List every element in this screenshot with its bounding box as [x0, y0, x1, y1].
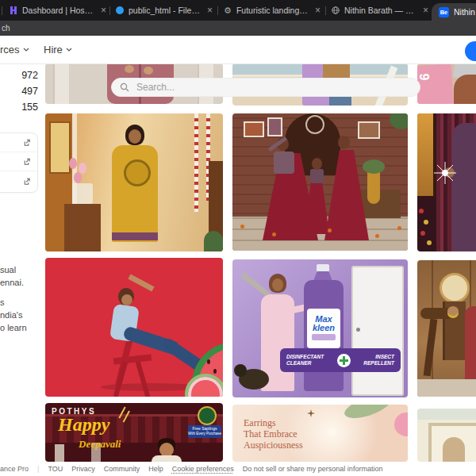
- footer-link-community[interactable]: Community: [104, 465, 140, 473]
- decor-brass-pot: [367, 169, 380, 204]
- decor-bottle-cap: [317, 264, 329, 272]
- tab-close-icon[interactable]: ×: [313, 6, 322, 15]
- footer-pro-label[interactable]: ance Pro: [0, 465, 29, 473]
- file-browser-icon: [116, 6, 124, 14]
- ribbon-text: DISINFECTANT: [286, 354, 324, 360]
- tab-behance-active[interactable]: Be Nithin Bar: [432, 3, 476, 21]
- decor-floor: [417, 379, 476, 397]
- badge-text: With Every Purchase: [188, 432, 221, 436]
- decor-wall-frame: [267, 117, 282, 136]
- tab-close-icon[interactable]: ×: [421, 6, 430, 15]
- gear-icon: ⚙: [224, 6, 232, 15]
- behance-icon: Be: [439, 7, 449, 17]
- decor-hand: [144, 67, 153, 75]
- decor-raised-arm: [128, 274, 154, 291]
- project-thumbnail-sparkler[interactable]: [417, 113, 476, 251]
- pothys-offer-badge: Free Saplings With Every Purchase: [188, 425, 221, 438]
- footer-link-tou[interactable]: TOU: [48, 465, 63, 473]
- search-input[interactable]: [135, 81, 376, 94]
- ribbon-text: REPELLENT: [363, 360, 394, 367]
- tab-file-browser[interactable]: public_html - Files - File Brow ×: [116, 0, 214, 21]
- decor-plum-figure: [452, 123, 476, 251]
- project-thumbnail-maxkleen-ad[interactable]: Max kleen DISINFECTANT CLEANER INSECT RE…: [232, 259, 408, 397]
- maxkleen-ribbon: DISINFECTANT CLEANER INSECT REPELLENT: [280, 348, 401, 372]
- tab-dashboard-hostinger[interactable]: Dashboard | Hostinger ×: [10, 0, 108, 21]
- decor-mandala-motif: [124, 159, 151, 186]
- nav-resources-label: rces: [0, 44, 20, 56]
- decor-seeds: [207, 359, 210, 364]
- project-thumbnail-pothys-deepavali[interactable]: POTHYS Happy Deepavali Free Saplings Wit…: [45, 403, 223, 462]
- decor-plant: [204, 231, 223, 251]
- decor-hem-band: [112, 232, 158, 240]
- decor-chair-leg: [136, 361, 150, 397]
- nav-hire[interactable]: Hire: [44, 36, 72, 63]
- stat-value: 155: [0, 102, 38, 113]
- deepavali-headline: Happy: [58, 414, 109, 436]
- decor-vase: [72, 183, 93, 204]
- tab-title: Futuristic landing page: [236, 6, 309, 15]
- project-thumbnail-yellow-kurta[interactable]: [45, 113, 223, 251]
- plus-icon: [337, 354, 351, 367]
- decor-jacket: [274, 152, 294, 174]
- box-digit: 9: [417, 74, 431, 81]
- tab-futuristic-landing[interactable]: ⚙ Futuristic landing page ×: [224, 0, 322, 21]
- share-row[interactable]: [0, 152, 37, 171]
- globe-icon: [332, 6, 340, 14]
- project-thumbnail-red-studio[interactable]: [45, 258, 223, 397]
- project-thumbnail-pink-box[interactable]: 9: [417, 63, 476, 104]
- decor-pillar: [55, 444, 64, 462]
- tab-separator: [2, 6, 2, 15]
- tab-title: Nithin Barath — Futuristic Po: [344, 6, 416, 15]
- tab-close-icon[interactable]: ×: [99, 6, 108, 15]
- tab-separator: [109, 6, 110, 15]
- decor-hand: [125, 65, 134, 73]
- ribbon-text: INSECT: [363, 354, 394, 360]
- footer-link-privacy[interactable]: Privacy: [71, 465, 95, 473]
- footer-bar: ance Pro | TOU Privacy Community Help Co…: [0, 462, 476, 476]
- project-thumbnail-red-family[interactable]: [232, 113, 408, 251]
- search-bar[interactable]: [111, 78, 420, 97]
- earrings-line: Auspiciousness: [244, 440, 303, 451]
- decor-wall-band: [417, 409, 476, 420]
- tab-separator: [217, 6, 218, 15]
- earrings-line: That Embrace: [244, 428, 303, 440]
- decor-face: [129, 129, 141, 144]
- footer-divider: |: [37, 465, 39, 473]
- tab-nithin-portfolio[interactable]: Nithin Barath — Futuristic Po ×: [332, 0, 430, 21]
- stat-value: 972: [0, 70, 38, 81]
- footer-link-cookie-preferences[interactable]: Cookie preferences: [172, 465, 234, 473]
- footer-link-help[interactable]: Help: [148, 465, 163, 473]
- decor-round-mirror: [440, 273, 470, 303]
- address-bar[interactable]: ch: [0, 21, 476, 36]
- decor-label-band: [312, 334, 336, 340]
- decor-face: [121, 294, 132, 305]
- about-text-fragment: o learn: [0, 323, 27, 332]
- earrings-headline: Earrings That Embrace Auspiciousness: [244, 417, 303, 451]
- browser-window: Dashboard | Hostinger × public_html - Fi…: [0, 0, 476, 476]
- project-thumbnail-framed-art[interactable]: [417, 409, 476, 462]
- decor-shoulder: [454, 75, 476, 104]
- nav-resources[interactable]: rces: [0, 36, 29, 63]
- chevron-down-icon: [66, 48, 72, 52]
- decor-doorknob: [356, 328, 360, 332]
- decor-chair-leg: [424, 319, 438, 377]
- about-text-fragment: ennai.: [0, 278, 24, 287]
- project-thumbnail-classic-interior[interactable]: [417, 260, 476, 397]
- share-row[interactable]: [0, 133, 37, 152]
- chevron-down-icon: [23, 48, 29, 52]
- decor-hand-bangles: [447, 306, 459, 316]
- badge-text: Free Saplings: [188, 425, 221, 432]
- share-row[interactable]: [0, 171, 37, 190]
- tab-close-icon[interactable]: ×: [205, 6, 214, 15]
- site-toolbar: rces Hire: [0, 36, 476, 64]
- decor-greenery: [390, 113, 408, 129]
- decor-head: [338, 136, 350, 149]
- nav-hire-label: Hire: [44, 44, 63, 56]
- decor-insect-head: [234, 364, 247, 377]
- share-icon: [22, 157, 31, 166]
- decor-garland: [194, 113, 198, 212]
- footer-link-do-not-sell[interactable]: Do not sell or share my personal informa…: [243, 465, 383, 473]
- decor-bottle-label: Max kleen: [307, 309, 340, 348]
- decor-ornaments: [419, 209, 424, 213]
- project-thumbnail-earrings-card[interactable]: Earrings That Embrace Auspiciousness: [232, 405, 408, 462]
